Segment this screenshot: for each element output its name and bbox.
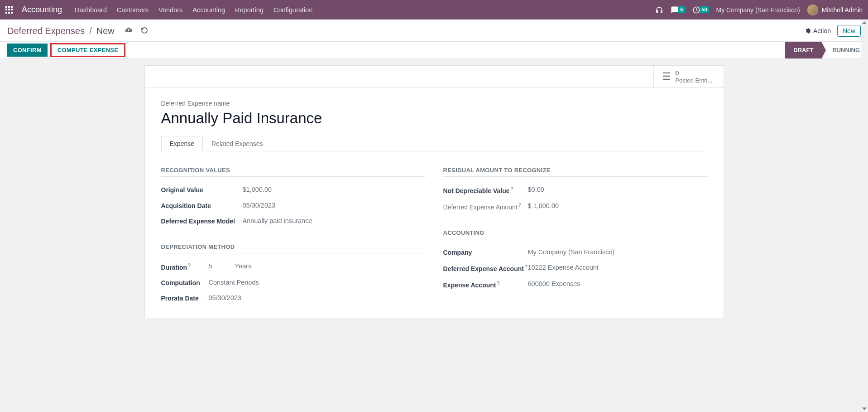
value-acq-date[interactable]: 05/30/2023 [243,202,425,209]
tab-related-expenses[interactable]: Related Expenses [203,136,272,151]
discard-icon[interactable] [141,26,148,36]
value-original-value[interactable]: $1,000.00 [243,186,425,193]
breadcrumb: Deferred Expenses / New [7,26,148,36]
title-label: Deferred Expense name [161,100,707,107]
scroll-up-icon[interactable] [861,19,868,26]
confirm-button[interactable]: CONFIRM [7,44,48,57]
messages-badge: 5 [678,6,685,13]
right-column: RESIDUAL AMOUNT TO RECOGNIZE Not Depreci… [443,164,707,306]
cloud-save-icon[interactable] [125,26,133,36]
help-icon[interactable]: ? [525,264,528,269]
label-duration: Duration? [161,262,209,271]
field-duration: Duration? 5 Years [161,259,425,275]
user-name: Mitchell Admin [822,6,863,14]
action-dropdown[interactable]: Action [805,27,831,34]
breadcrumb-current: New [96,26,115,36]
nav-configuration[interactable]: Configuration [273,6,312,14]
scrollbar[interactable] [861,19,868,318]
apps-icon[interactable] [5,6,14,14]
control-panel: Deferred Expenses / New Action New [0,19,868,42]
field-company: Company My Company (San Francisco) [443,245,707,260]
stat-count: 0 [676,69,713,77]
field-exp-account: Expense Account? 600000 Expenses [443,276,707,293]
left-column: RECOGNITION VALUES Original Value $1,000… [161,164,425,306]
value-duration-unit[interactable]: Years [235,262,252,270]
breadcrumb-root[interactable]: Deferred Expenses [7,26,85,36]
section-depreciation: DEPRECIATION METHOD [161,241,425,253]
nav-dashboard[interactable]: Dashboard [75,6,107,14]
statusbar: CONFIRM COMPUTE EXPENSE DRAFT RUNNING [0,42,868,59]
cp-actions: Action New [805,25,861,37]
list-icon: ☰ [662,71,671,82]
help-icon[interactable]: ? [188,263,191,268]
tabs: Expense Related Expenses [161,136,707,151]
value-exp-account[interactable]: 600000 Expenses [528,280,707,287]
activities-icon[interactable]: 50 [692,6,709,14]
label-model: Deferred Expense Model [161,217,243,225]
help-icon[interactable]: ? [497,281,499,286]
navbar-right: 5 50 My Company (San Francisco) Mitchell… [655,5,863,15]
field-deferred-amount: Deferred Expense Amount? $ 1,000.00 [443,199,707,215]
nav-accounting[interactable]: Accounting [192,6,225,14]
compute-expense-button[interactable]: COMPUTE EXPENSE [50,43,126,57]
field-original-value: Original Value $1,000.00 [161,182,425,198]
value-duration[interactable]: 5 [209,262,212,270]
nav-menu: Dashboard Customers Vendors Accounting R… [75,6,312,14]
help-icon[interactable]: ? [518,203,521,208]
label-exp-account: Expense Account? [443,280,528,289]
tab-expense[interactable]: Expense [161,136,203,151]
value-not-depr[interactable]: $0.00 [528,186,707,193]
field-prorata: Prorata Date 05/30/2023 [161,291,425,306]
value-def-account[interactable]: 10222 Expense Account [528,264,707,271]
form-sheet: ☰ 0 Posted Entri... Deferred Expense nam… [144,65,724,318]
company-switcher[interactable]: My Company (San Francisco) [716,6,800,14]
value-computation[interactable]: Constant Periods [209,279,425,286]
nav-reporting[interactable]: Reporting [235,6,264,14]
new-button[interactable]: New [837,25,861,37]
field-acquisition-date: Acquisition Date 05/30/2023 [161,198,425,213]
section-accounting: ACCOUNTING [443,227,707,239]
section-residual: RESIDUAL AMOUNT TO RECOGNIZE [443,164,707,177]
field-not-depreciable: Not Depreciable Value? $0.00 [443,182,707,199]
label-original-value: Original Value [161,186,243,194]
stat-buttons: ☰ 0 Posted Entri... [145,66,724,88]
support-icon[interactable] [655,6,663,14]
section-recognition: RECOGNITION VALUES [161,164,425,177]
nav-customers[interactable]: Customers [117,6,149,14]
activities-badge: 50 [700,6,709,13]
gear-icon [805,28,811,34]
help-icon[interactable]: ? [511,186,513,191]
app-title[interactable]: Accounting [22,5,62,15]
avatar-icon [807,5,818,15]
field-computation: Computation Constant Periods [161,275,425,291]
record-title[interactable]: Annually Paid Insurance [161,110,707,127]
posted-entries-stat[interactable]: ☰ 0 Posted Entri... [653,66,724,87]
label-computation: Computation [161,279,209,287]
value-def-amount: $ 1,000.00 [528,202,707,209]
nav-vendors[interactable]: Vendors [158,6,182,14]
label-not-depr: Not Depreciable Value? [443,186,528,195]
value-model[interactable]: Annually paid insurance [243,217,425,224]
value-company[interactable]: My Company (San Francisco) [528,248,707,256]
action-label: Action [813,27,831,34]
label-def-amount: Deferred Expense Amount? [443,202,528,211]
label-company: Company [443,248,528,257]
label-acq-date: Acquisition Date [161,202,243,210]
stat-label: Posted Entri... [676,77,713,84]
field-model: Deferred Expense Model Annually paid ins… [161,213,425,229]
field-def-account: Deferred Expense Account? 10222 Expense … [443,260,707,276]
status-draft[interactable]: DRAFT [785,42,821,58]
label-def-account: Deferred Expense Account? [443,264,528,273]
main-navbar: Accounting Dashboard Customers Vendors A… [0,0,868,19]
value-prorata[interactable]: 05/30/2023 [209,294,425,301]
breadcrumb-sep: / [89,26,92,36]
status-stages: DRAFT RUNNING [785,42,868,58]
user-menu[interactable]: Mitchell Admin [807,5,863,15]
navbar-left: Accounting Dashboard Customers Vendors A… [5,5,312,15]
label-prorata: Prorata Date [161,294,209,302]
messages-icon[interactable]: 5 [671,6,685,14]
